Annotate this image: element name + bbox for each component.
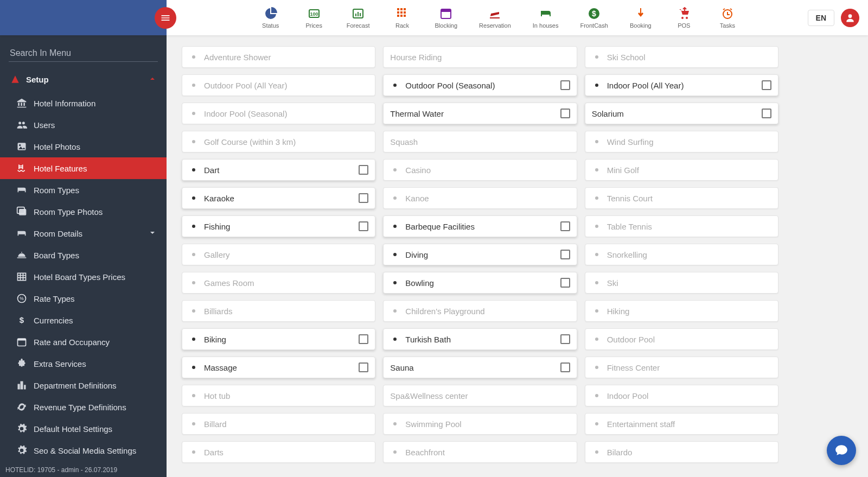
revenue-type-definitions-icon [16, 402, 27, 412]
feature-icon [189, 165, 199, 175]
sidebar-item-hotel-photos[interactable]: Hotel Photos [0, 136, 167, 157]
feature-card: Swimming Pool [383, 413, 577, 435]
room-type-photos-icon [16, 206, 27, 217]
feature-icon [390, 306, 400, 316]
feature-label: Mini Golf [607, 166, 771, 175]
sidebar-item-revenue-type-definitions[interactable]: Revenue Type Definitions [0, 396, 167, 418]
sidebar-item-label: Rate and Occupancy [34, 338, 110, 347]
feature-card[interactable]: Massage [182, 357, 375, 378]
tasks-icon [721, 7, 734, 20]
feature-card: Spa&Wellness center [383, 385, 577, 406]
feature-card[interactable]: Dart [182, 159, 375, 181]
sidebar-item-default-hotel-settings[interactable]: Default Hotel Settings [0, 418, 167, 440]
feature-checkbox[interactable] [762, 109, 771, 118]
feature-card: Snorkelling [585, 244, 778, 265]
user-icon [845, 12, 856, 23]
sidebar-item-hotel-information[interactable]: Hotel Information [0, 92, 167, 114]
feature-card[interactable]: Karaoke [182, 187, 375, 209]
feature-checkbox[interactable] [560, 278, 570, 288]
nav-item-blocking[interactable]: Blocking [435, 7, 458, 29]
nav-item-forecast[interactable]: Forecast [347, 7, 370, 29]
topbar-nav: StatusPricesForecastRackBlockingReservat… [167, 0, 799, 35]
nav-item-status[interactable]: Status [260, 7, 282, 29]
room-details-icon [16, 228, 27, 239]
nav-item-booking[interactable]: Booking [630, 7, 652, 29]
feature-card[interactable]: Turkish Bath [383, 328, 577, 350]
feature-card[interactable]: Biking [182, 328, 375, 350]
nav-item-frontcash[interactable]: FrontCash [580, 7, 608, 29]
feature-checkbox[interactable] [560, 109, 570, 118]
feature-card[interactable]: Indoor Pool (All Year) [585, 74, 778, 96]
feature-checkbox[interactable] [359, 165, 368, 175]
feature-card[interactable]: Outdoor Pool (Seasonal) [383, 74, 577, 96]
sidebar-item-rate-and-occupancy[interactable]: Rate and Occupancy [0, 331, 167, 353]
nav-item-rack[interactable]: Rack [392, 7, 413, 29]
rate-types-icon [16, 293, 27, 304]
chat-fab[interactable] [827, 436, 856, 465]
feature-card: Hiking [585, 300, 778, 322]
hamburger-button[interactable] [155, 7, 176, 29]
sidebar-item-users[interactable]: Users [0, 114, 167, 136]
sidebar-item-room-types[interactable]: Room Types [0, 179, 167, 201]
feature-checkbox[interactable] [560, 221, 570, 231]
feature-label: Darts [204, 448, 368, 457]
feature-card: Outdoor Pool [585, 328, 778, 350]
sidebar-item-hotel-board-types-prices[interactable]: Hotel Board Types Prices [0, 266, 167, 288]
feature-card[interactable]: Thermal Water [383, 103, 577, 124]
feature-checkbox[interactable] [359, 221, 368, 231]
feature-card: Children's Playground [383, 300, 577, 322]
nav-item-prices[interactable]: Prices [303, 7, 325, 29]
nav-item-reservation[interactable]: Reservation [479, 7, 511, 29]
sidebar-item-currencies[interactable]: Currencies [0, 309, 167, 331]
feature-card[interactable]: Solarium [585, 103, 778, 124]
feature-icon [592, 52, 602, 62]
nav-item-inhouses[interactable]: In houses [533, 7, 559, 29]
feature-icon [592, 250, 602, 259]
sidebar-section-setup[interactable]: Setup [0, 66, 167, 92]
sidebar-item-label: Revenue Type Definitions [34, 403, 126, 412]
feature-label: Billard [204, 419, 368, 429]
language-button[interactable]: EN [808, 10, 834, 26]
sidebar-item-room-details[interactable]: Room Details [0, 222, 167, 244]
feature-label: Dart [204, 166, 353, 175]
feature-card: Golf Course (within 3 km) [182, 131, 375, 152]
sidebar-item-room-type-photos[interactable]: Room Type Photos [0, 201, 167, 222]
feature-checkbox[interactable] [359, 334, 368, 344]
department-definitions-icon [16, 380, 27, 391]
feature-checkbox[interactable] [560, 80, 570, 90]
sidebar-item-board-types[interactable]: Board Types [0, 244, 167, 266]
sidebar-item-extra-services[interactable]: Extra Services [0, 353, 167, 374]
sidebar-item-department-definitions[interactable]: Department Definitions [0, 374, 167, 396]
nav-item-pos[interactable]: POS [673, 7, 695, 29]
feature-checkbox[interactable] [560, 250, 570, 259]
feature-label: Squash [390, 137, 570, 147]
feature-checkbox[interactable] [359, 193, 368, 203]
search-input[interactable] [9, 45, 158, 62]
chevron-down-icon [148, 228, 157, 239]
feature-checkbox[interactable] [560, 334, 570, 344]
feature-icon [189, 362, 199, 372]
board-types-icon [16, 250, 27, 260]
feature-checkbox[interactable] [560, 362, 570, 372]
feature-label: Solarium [592, 109, 756, 118]
feature-card[interactable]: Barbeque Facilities [383, 215, 577, 237]
sidebar-item-label: Hotel Information [34, 99, 95, 108]
feature-card: Games Room [182, 272, 375, 294]
feature-card[interactable]: Fishing [182, 215, 375, 237]
feature-checkbox[interactable] [762, 80, 771, 90]
sidebar-item-rate-types[interactable]: Rate Types [0, 288, 167, 309]
feature-checkbox[interactable] [359, 362, 368, 372]
feature-card[interactable]: Diving [383, 244, 577, 265]
nav-item-tasks[interactable]: Tasks [717, 7, 738, 29]
feature-icon [592, 165, 602, 175]
nav-item-label: Booking [630, 22, 652, 29]
sidebar-item-seo-social[interactable]: Seo & Social Media Settings [0, 440, 167, 461]
feature-label: Casino [405, 166, 570, 175]
feature-card[interactable]: Sauna [383, 357, 577, 378]
feature-label: Sauna [390, 363, 554, 372]
feature-card[interactable]: Bowling [383, 272, 577, 294]
feature-label: Games Room [204, 278, 368, 288]
sidebar-item-hotel-features[interactable]: Hotel Features [0, 157, 167, 179]
feature-icon [592, 334, 602, 344]
profile-avatar-button[interactable] [841, 9, 859, 27]
